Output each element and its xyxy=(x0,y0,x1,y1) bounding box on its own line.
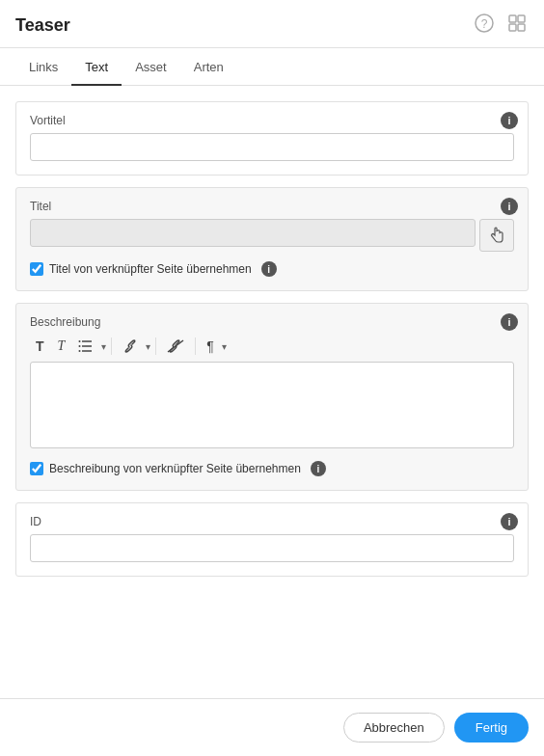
rte-link-arrow[interactable]: ▾ xyxy=(146,341,150,352)
confirm-button[interactable]: Fertig xyxy=(454,713,529,742)
rte-list-button[interactable] xyxy=(72,336,99,357)
beschreibung-section: i Beschreibung T T xyxy=(15,303,529,491)
id-label: ID xyxy=(30,515,514,528)
svg-rect-3 xyxy=(518,15,525,22)
titel-input[interactable] xyxy=(30,219,476,247)
titel-info-icon[interactable]: i xyxy=(501,198,518,215)
beschreibung-checkbox-label: Beschreibung von verknüpfter Seite übern… xyxy=(49,462,301,475)
header-icon-group: ? xyxy=(473,12,529,40)
svg-text:?: ? xyxy=(481,17,488,31)
tab-links[interactable]: Links xyxy=(15,48,71,86)
cancel-button[interactable]: Abbrechen xyxy=(343,713,445,742)
rte-separator-3 xyxy=(195,338,196,355)
titel-checkbox[interactable] xyxy=(30,262,43,276)
titel-hand-button[interactable] xyxy=(479,219,514,252)
rte-separator-2 xyxy=(155,338,156,355)
beschreibung-label: Beschreibung xyxy=(30,315,514,329)
rte-separator-1 xyxy=(111,338,112,355)
svg-point-11 xyxy=(79,350,81,352)
svg-point-10 xyxy=(79,345,81,347)
beschreibung-info-icon[interactable]: i xyxy=(501,313,518,331)
rte-link-button[interactable] xyxy=(117,336,144,357)
rte-toolbar: T T ▾ xyxy=(30,335,514,358)
rte-link-group: ▾ xyxy=(117,336,150,357)
titel-label: Titel xyxy=(30,200,514,213)
content-area: i Vortitel i Titel Titel von verknüpfter… xyxy=(0,86,544,665)
svg-point-9 xyxy=(79,340,81,342)
titel-checkbox-row: Titel von verknüpfter Seite übernehmen i xyxy=(30,261,514,277)
titel-input-wrap xyxy=(30,219,476,252)
svg-rect-4 xyxy=(509,24,516,31)
rte-paragraph-arrow[interactable]: ▾ xyxy=(222,341,227,352)
rte-paragraph-button[interactable]: ¶ xyxy=(201,335,220,358)
beschreibung-checkbox-row: Beschreibung von verknüpfter Seite übern… xyxy=(30,461,514,476)
svg-rect-2 xyxy=(509,15,516,22)
id-section: i ID xyxy=(15,502,529,577)
dialog-footer: Abbrechen Fertig xyxy=(0,698,544,756)
help-icon[interactable]: ? xyxy=(473,12,496,40)
tab-arten[interactable]: Arten xyxy=(180,48,237,86)
svg-rect-5 xyxy=(518,24,525,31)
vortitel-info-icon[interactable]: i xyxy=(501,112,518,129)
rte-list-group: ▾ xyxy=(72,336,106,357)
dialog-header: Teaser ? xyxy=(0,0,544,48)
titel-input-row xyxy=(30,219,514,252)
tab-text[interactable]: Text xyxy=(71,48,122,86)
beschreibung-textarea[interactable] xyxy=(30,362,514,448)
titel-checkbox-info-icon[interactable]: i xyxy=(261,261,277,277)
id-input[interactable] xyxy=(30,534,514,562)
beschreibung-checkbox-info-icon[interactable]: i xyxy=(311,461,326,476)
rte-paragraph-group: ¶ ▾ xyxy=(201,335,227,358)
id-info-icon[interactable]: i xyxy=(501,513,518,530)
rte-list-arrow[interactable]: ▾ xyxy=(101,341,106,352)
vortitel-input[interactable] xyxy=(30,133,514,161)
tab-asset[interactable]: Asset xyxy=(122,48,180,86)
vortitel-label: Vortitel xyxy=(30,114,514,127)
dialog-title: Teaser xyxy=(15,15,70,36)
titel-section: i Titel Titel von verknüpfter Seite über… xyxy=(15,187,529,291)
tab-bar: Links Text Asset Arten xyxy=(0,48,544,86)
expand-icon[interactable] xyxy=(505,12,529,40)
titel-checkbox-label: Titel von verknüpfter Seite übernehmen xyxy=(49,262,252,276)
rte-bold-button[interactable]: T xyxy=(30,335,50,358)
rte-unlink-button[interactable] xyxy=(161,336,190,357)
rte-italic-button[interactable]: T xyxy=(52,335,71,358)
beschreibung-checkbox[interactable] xyxy=(30,462,43,475)
vortitel-section: i Vortitel xyxy=(15,101,529,176)
